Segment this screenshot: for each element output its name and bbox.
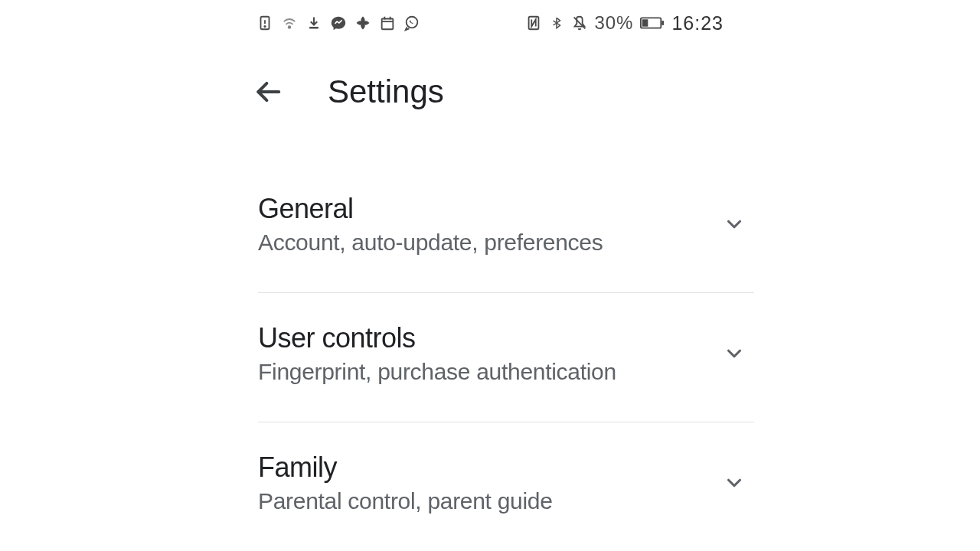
settings-item-subtitle: Account, auto-update, preferences (258, 230, 603, 256)
wifi-icon (281, 15, 298, 31)
settings-item-subtitle: Fingerprint, purchase authentication (258, 359, 616, 385)
notifications-off-icon (571, 15, 588, 31)
sim-alert-icon (256, 15, 273, 31)
back-button[interactable] (253, 77, 283, 107)
photos-icon (354, 15, 371, 31)
settings-item-family[interactable]: Family Parental control, parent guide (258, 422, 754, 551)
status-bar-left (256, 15, 420, 31)
settings-item-subtitle: Parental control, parent guide (258, 488, 553, 514)
chevron-down-icon (722, 471, 746, 495)
arrow-left-icon (253, 77, 283, 106)
calendar-icon (379, 15, 396, 31)
settings-item-title: User controls (258, 322, 616, 354)
svg-rect-4 (309, 27, 318, 29)
status-bar: 30% 16:23 (0, 0, 980, 46)
svg-rect-13 (642, 19, 648, 26)
page-title: Settings (328, 73, 444, 110)
battery-icon (639, 15, 665, 31)
status-bar-right: 30% 16:23 (525, 12, 724, 34)
settings-item-title: Family (258, 452, 553, 484)
chevron-down-icon (722, 341, 746, 366)
nfc-icon (525, 15, 542, 31)
bluetooth-icon (548, 15, 565, 31)
download-icon (305, 15, 322, 31)
settings-item-user-controls[interactable]: User controls Fingerprint, purchase auth… (258, 293, 754, 422)
chevron-down-icon (722, 212, 746, 236)
svg-rect-5 (382, 19, 394, 30)
settings-list: General Account, auto-update, preference… (0, 133, 980, 551)
svg-point-9 (407, 17, 418, 28)
svg-rect-14 (662, 21, 665, 25)
messenger-icon (330, 15, 347, 31)
settings-item-title: General (258, 193, 603, 225)
settings-item-general[interactable]: General Account, auto-update, preference… (258, 164, 754, 293)
svg-point-2 (264, 26, 265, 27)
whatsapp-icon (403, 15, 420, 31)
app-header: Settings (0, 46, 980, 133)
battery-percent-text: 30% (594, 12, 633, 34)
clock-text: 16:23 (671, 12, 724, 34)
svg-point-3 (289, 26, 291, 28)
